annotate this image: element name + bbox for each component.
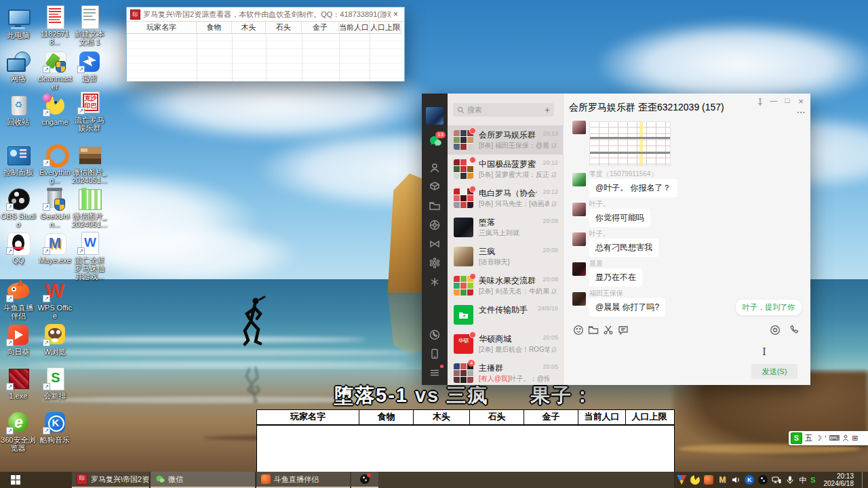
desktop-icon-w-doc[interactable]: W↗ 流亡全新罗马诛仙并游戏...	[71, 232, 108, 281]
moon-icon[interactable]: ☽	[815, 434, 822, 443]
mini-apps-tab[interactable]	[428, 256, 441, 270]
video-call-icon[interactable]	[770, 325, 781, 336]
desktop-icon-douyu-companion[interactable]: ↗ 斗鱼直播伴侣	[0, 279, 37, 320]
desktop-icon-cleanmaster[interactable]: ↗ cleanmaster	[37, 50, 73, 91]
task-resource-viewer[interactable]: 印 罗马复兴\帝国2资...	[72, 472, 149, 488]
chat-item[interactable]: 华硕 华硕商城 20:05 [2条] 最后机会！ROG笔...	[448, 329, 563, 359]
desktop-icon-txt-11825718[interactable]: 11825718...	[37, 5, 73, 46]
desktop-icon-wps-office[interactable]: W↗ WPS Office	[37, 279, 73, 320]
phone-link-icon[interactable]	[428, 328, 441, 342]
moments-tab[interactable]	[428, 218, 441, 232]
mention-notification-pill[interactable]: 叶子，提到了你	[735, 299, 802, 316]
desktop-icon-control-panel[interactable]: 控制面板	[0, 144, 37, 176]
desktop-icon-1-exe[interactable]: ↗ 1.exe	[0, 367, 37, 400]
message-bubble[interactable]: @叶子。 你报名了？	[589, 179, 677, 197]
resource-viewer-titlebar[interactable]: 印 罗马复兴\帝国2资源查看器，本软件由血饮圣剑制作。QQ：418733891(…	[127, 7, 404, 21]
column-header: 人口上限	[626, 410, 673, 424]
emoji-icon[interactable]	[573, 325, 584, 336]
menu-icon[interactable]	[428, 366, 441, 380]
chat-item[interactable]: 中国极品菠萝蜜 20:12 [5条] 菠萝蜜大湿：反正...	[448, 155, 563, 184]
tray-kugou-icon[interactable]: K	[745, 475, 754, 485]
desktop-icon-everything[interactable]: ↗ Everything...	[37, 144, 73, 184]
mobile-icon[interactable]	[428, 347, 441, 361]
volume-icon[interactable]	[731, 475, 741, 485]
minimize-icon[interactable]: —	[768, 96, 779, 104]
chat-history-icon[interactable]	[618, 325, 629, 336]
desktop-icon-cngame[interactable]: ↗ cngame	[37, 94, 73, 126]
close-icon[interactable]: ×	[391, 9, 401, 19]
desktop-icon-new-text-doc[interactable]: 新建文本文档 1	[71, 5, 108, 46]
avatar[interactable]	[426, 107, 443, 125]
desktop-icon-recycle-bin[interactable]: ♻ 回收站	[0, 94, 37, 126]
message-bubble[interactable]: @晨晨 你打了吗?	[589, 298, 665, 317]
send-button[interactable]: 发送(S)	[751, 364, 797, 379]
chat-item[interactable]: 4 主播群 20:05 [有人@我]叶子。：@报之...	[448, 359, 563, 385]
desktop-icon-network[interactable]: 网络	[0, 50, 37, 83]
microphone-icon[interactable]	[785, 475, 795, 485]
message-bubble[interactable]: 你觉得可能吗	[589, 209, 650, 227]
tray-douyu-icon[interactable]	[704, 475, 713, 485]
desktop-icon-maye[interactable]: M↗ Maye.exe	[37, 232, 73, 264]
keyboard-icon[interactable]: ⌨	[829, 434, 840, 443]
tray-pacman-icon[interactable]	[690, 475, 700, 485]
desktop-icon-obs-studio[interactable]: ↗ OBS Studio	[0, 188, 37, 228]
column-header: 金子	[524, 410, 578, 424]
send-file-icon[interactable]	[588, 325, 599, 336]
maximize-icon[interactable]: □	[782, 96, 793, 104]
close-icon[interactable]: ×	[795, 96, 806, 106]
network-icon[interactable]	[772, 475, 781, 485]
input-mode[interactable]: 五	[805, 433, 812, 443]
contacts-tab[interactable]	[428, 161, 441, 175]
chat-item[interactable]: 文件传输助手 24/5/16	[448, 300, 563, 329]
search-input[interactable]: 搜索	[453, 103, 542, 117]
channels-tab[interactable]	[428, 237, 441, 251]
desktop-icon-qq[interactable]: ↗ QQ	[0, 232, 37, 264]
sender-name: 福田王保保	[589, 289, 623, 298]
more-icon[interactable]: ⋯	[795, 107, 806, 117]
punctuation-icon[interactable]: ’	[825, 434, 826, 443]
desktop-icon-thunder[interactable]: ↗ 迅雷	[71, 50, 108, 83]
show-desktop-button[interactable]	[862, 472, 865, 488]
ime-indicator[interactable]: 中	[799, 475, 806, 485]
tray-obs-icon[interactable]	[758, 475, 768, 485]
tray-360-icon[interactable]	[677, 475, 686, 485]
message-bubble[interactable]: 显乃在不在	[589, 268, 642, 287]
skin-person-icon[interactable]	[842, 434, 849, 442]
desktop-icon-s-doc[interactable]: S↗ 会新排	[37, 367, 73, 400]
voice-call-icon[interactable]	[789, 325, 800, 336]
chat-item[interactable]: 电白罗马（协会专... 20:12 [9条] 河马先生：[动画表...	[448, 184, 563, 213]
sogou-tray-icon[interactable]: S	[810, 476, 815, 484]
desktop-icon-wechat-image-2[interactable]: 微信图片_2024051...	[71, 188, 108, 228]
toolbox-grid-icon[interactable]: ⊞	[852, 434, 858, 443]
task-wechat[interactable]: 微信	[151, 472, 255, 488]
task-obs[interactable]	[351, 472, 378, 488]
task-douyu-companion[interactable]: 斗鱼直播伴侣	[256, 472, 350, 488]
image-message[interactable]	[589, 121, 671, 166]
clock[interactable]: 20:13 2024/6/18	[820, 472, 859, 487]
files-tab[interactable]	[428, 199, 441, 213]
desktop-icon-sunflower[interactable]: ↗ 向日葵	[0, 323, 37, 356]
pin-icon[interactable]	[755, 98, 766, 106]
desktop-icon-kugou[interactable]: K↗ 酷狗音乐	[37, 411, 73, 444]
favorites-tab[interactable]	[428, 180, 441, 194]
chat-item[interactable]: 美味水果交流群 20:08 [2条] 剑圣无名：牛奶果...	[448, 271, 563, 300]
desktop-icon-stamp-doc[interactable]: 克沙印巴↗ 流亡罗马娱乐群	[71, 92, 108, 132]
chat-item[interactable]: 堕落 20:09 三疯马上到就	[448, 213, 563, 242]
start-button[interactable]	[0, 472, 31, 488]
clock-time: 20:13	[824, 472, 854, 480]
desktop-icon-wechat-image-1[interactable]: 微信图片_2024051...	[71, 144, 108, 184]
desktop-icon-this-pc[interactable]: 此电脑	[0, 7, 37, 39]
sogou-input-bar[interactable]: S 五 ☽ ’ ⌨ ⊞	[789, 431, 868, 445]
tools-tab[interactable]	[428, 275, 441, 289]
chats-tab[interactable]: 13	[428, 134, 441, 148]
add-chat-button[interactable]: ＋	[540, 103, 554, 117]
desktop-icon-360-browser[interactable]: e↗ 360安全浏览器	[0, 411, 37, 452]
chat-item[interactable]: 会所罗马娱乐群 歪... 20:13 [8条] 福田王保保：@晨...	[448, 125, 563, 155]
desktop-icon-raccoon-app[interactable]: ↗ W浏览	[37, 323, 73, 356]
sender-name: 叶子。	[589, 229, 610, 239]
chat-item[interactable]: 三疯 20:09 [语音聊天]	[448, 242, 563, 271]
desktop-icon-geek-uninstaller[interactable]: ↗ GeekUnin...	[37, 188, 73, 228]
message-bubble[interactable]: 总有刁民想害我	[589, 239, 658, 257]
screenshot-icon[interactable]	[603, 325, 614, 336]
tray-maye-icon[interactable]: M	[717, 475, 727, 485]
